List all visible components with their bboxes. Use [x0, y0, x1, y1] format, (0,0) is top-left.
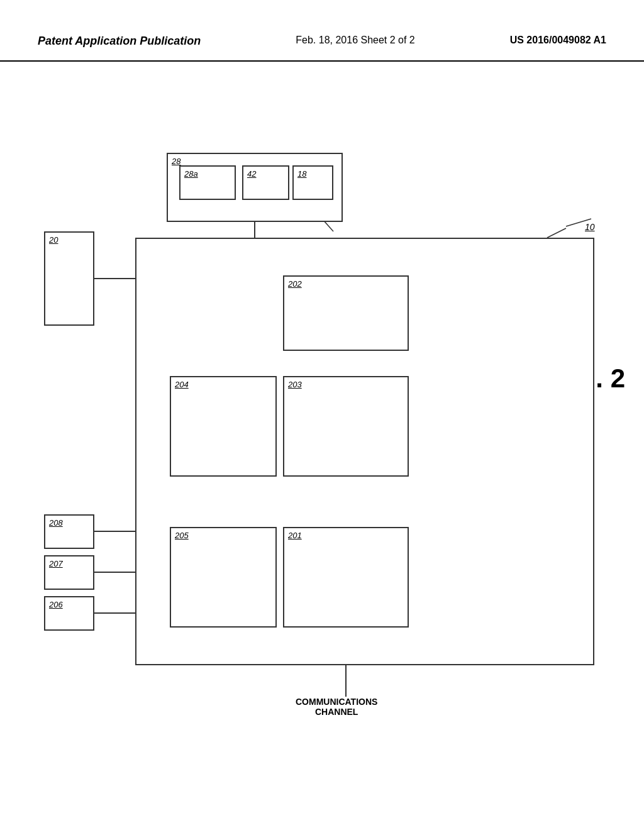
box-203-label: 203: [288, 380, 302, 389]
box-28a-label: 28a: [184, 169, 198, 179]
box-207-label: 207: [49, 559, 63, 568]
box-28-label: 28: [172, 157, 180, 166]
box-204: 204: [170, 376, 277, 477]
page-header: Patent Application Publication Feb. 18, …: [0, 0, 644, 62]
label-10-pointer: 10: [585, 222, 595, 232]
header-center: Feb. 18, 2016 Sheet 2 of 2: [296, 35, 414, 46]
box-201-label: 201: [288, 531, 302, 540]
box-206-label: 206: [49, 600, 63, 609]
box-20: 20: [44, 231, 94, 326]
box-205-label: 205: [175, 531, 189, 540]
box-42-label: 42: [247, 169, 256, 179]
box-42: 42: [242, 165, 289, 200]
diagram-area: 28 28a 42 18 28 20 10 202 203 204 16 208…: [0, 62, 644, 804]
box-208-label: 208: [49, 518, 63, 528]
box-203: 203: [283, 376, 409, 477]
header-left: Patent Application Publication: [38, 35, 201, 48]
box-207: 207: [44, 555, 94, 590]
box-205: 205: [170, 527, 277, 628]
box-18: 18: [292, 165, 333, 200]
box-20-label: 20: [49, 235, 58, 245]
svg-line-3: [547, 228, 566, 238]
box-202-label: 202: [288, 279, 302, 289]
comm-channel-label: COMMUNICATIONS CHANNEL: [296, 697, 377, 717]
box-201: 201: [283, 527, 409, 628]
box-206: 206: [44, 596, 94, 631]
box-202: 202: [283, 275, 409, 351]
box-204-label: 204: [175, 380, 189, 389]
header-right: US 2016/0049082 A1: [510, 35, 606, 46]
box-28a: 28a: [179, 165, 236, 200]
box-18-label: 18: [297, 169, 306, 179]
box-208: 208: [44, 514, 94, 549]
